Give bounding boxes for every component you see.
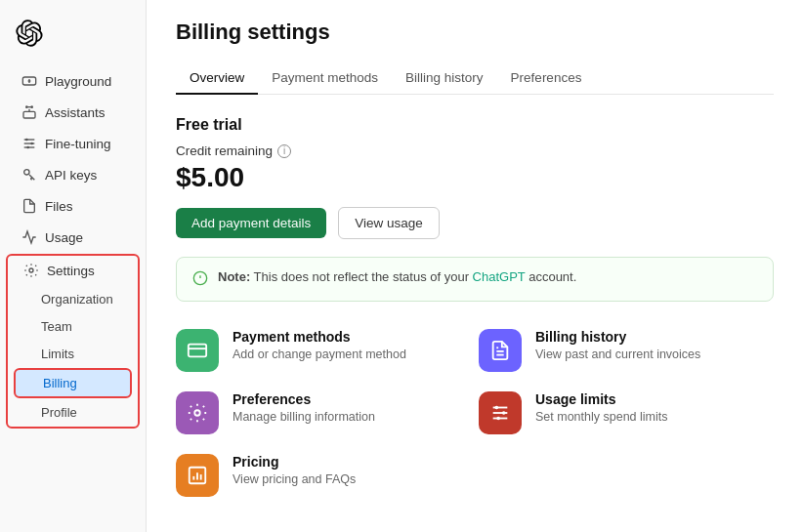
chart-icon	[21, 229, 37, 245]
action-buttons: Add payment details View usage	[176, 207, 774, 239]
svg-point-17	[194, 410, 200, 416]
svg-rect-13	[189, 345, 206, 357]
svg-point-6	[30, 143, 33, 145]
card-payment-title: Payment methods	[232, 329, 406, 345]
sidebar-item-settings[interactable]: Settings	[8, 256, 138, 285]
sidebar-sub-item-profile[interactable]: Profile	[14, 399, 132, 426]
sidebar: Playground Assistants Fine-tuning API ke…	[0, 0, 147, 532]
tab-overview[interactable]: Overview	[176, 62, 258, 95]
free-trial-section: Free trial Credit remaining i $5.00 Add …	[176, 116, 774, 239]
svg-rect-1	[23, 111, 35, 118]
sidebar-sub-item-team[interactable]: Team	[14, 313, 132, 340]
sidebar-item-usage[interactable]: Usage	[6, 223, 140, 252]
billing-history-icon	[479, 329, 522, 372]
svg-point-22	[502, 411, 506, 415]
tabs: Overview Payment methods Billing history…	[176, 62, 774, 95]
info-icon[interactable]: i	[277, 144, 291, 158]
tab-payment-methods[interactable]: Payment methods	[258, 62, 392, 95]
card-usage-limits[interactable]: Usage limits Set monthly spend limits	[479, 391, 742, 434]
card-billing-history[interactable]: Billing history View past and current in…	[479, 329, 742, 372]
payment-methods-icon	[176, 329, 219, 372]
settings-section: Settings Organization Team Limits Billin…	[6, 254, 140, 429]
tab-billing-history[interactable]: Billing history	[392, 62, 497, 95]
sidebar-item-assistants[interactable]: Assistants	[6, 98, 140, 127]
credit-label: Credit remaining i	[176, 143, 774, 158]
file-icon	[21, 198, 37, 214]
card-billing-history-desc: View past and current invoices	[535, 348, 700, 361]
card-preferences-title: Preferences	[232, 391, 375, 407]
gamepad-icon	[21, 73, 37, 89]
svg-point-7	[26, 146, 29, 149]
credit-amount: $5.00	[176, 162, 774, 193]
chatgpt-link[interactable]: ChatGPT	[473, 269, 526, 284]
gear-icon	[23, 263, 39, 278]
card-pricing[interactable]: Pricing View pricing and FAQs	[176, 454, 440, 497]
note-text: Note: This does not reflect the status o…	[218, 269, 576, 284]
card-usage-limits-title: Usage limits	[535, 391, 667, 407]
cards-grid: Payment methods Add or change payment me…	[176, 329, 742, 497]
card-preferences[interactable]: Preferences Manage billing information	[176, 391, 440, 434]
robot-icon	[21, 104, 37, 120]
card-usage-limits-desc: Set monthly spend limits	[535, 410, 667, 424]
card-pricing-desc: View pricing and FAQs	[232, 472, 356, 486]
sidebar-item-fine-tuning[interactable]: Fine-tuning	[6, 129, 140, 158]
usage-limits-icon	[479, 391, 522, 434]
pricing-icon	[176, 454, 219, 497]
svg-point-9	[29, 268, 33, 272]
svg-point-23	[496, 417, 500, 421]
preferences-icon	[176, 391, 219, 434]
add-payment-button[interactable]: Add payment details	[176, 208, 326, 238]
page-title: Billing settings	[176, 20, 774, 45]
sliders-icon	[21, 136, 37, 151]
card-pricing-title: Pricing	[232, 454, 356, 470]
card-preferences-desc: Manage billing information	[232, 410, 375, 424]
card-billing-history-title: Billing history	[535, 329, 700, 345]
view-usage-button[interactable]: View usage	[338, 207, 440, 239]
sidebar-item-playground[interactable]: Playground	[6, 66, 140, 96]
section-title: Free trial	[176, 116, 774, 134]
note-banner: Note: This does not reflect the status o…	[176, 257, 774, 302]
main-content: Billing settings Overview Payment method…	[147, 0, 803, 532]
sidebar-sub-item-billing[interactable]: Billing	[14, 368, 132, 398]
svg-point-5	[25, 139, 28, 142]
svg-point-21	[495, 406, 499, 410]
sidebar-sub-item-limits[interactable]: Limits	[14, 341, 132, 367]
app-logo	[0, 10, 146, 65]
key-icon	[21, 167, 37, 183]
card-payment-desc: Add or change payment method	[232, 348, 406, 361]
tab-preferences[interactable]: Preferences	[497, 62, 596, 95]
sidebar-sub-item-organization[interactable]: Organization	[14, 286, 132, 312]
svg-point-8	[24, 170, 29, 175]
sidebar-item-api-keys[interactable]: API keys	[6, 160, 140, 189]
card-payment-methods[interactable]: Payment methods Add or change payment me…	[176, 329, 440, 372]
info-circle-icon	[192, 270, 208, 289]
sidebar-item-files[interactable]: Files	[6, 191, 140, 221]
